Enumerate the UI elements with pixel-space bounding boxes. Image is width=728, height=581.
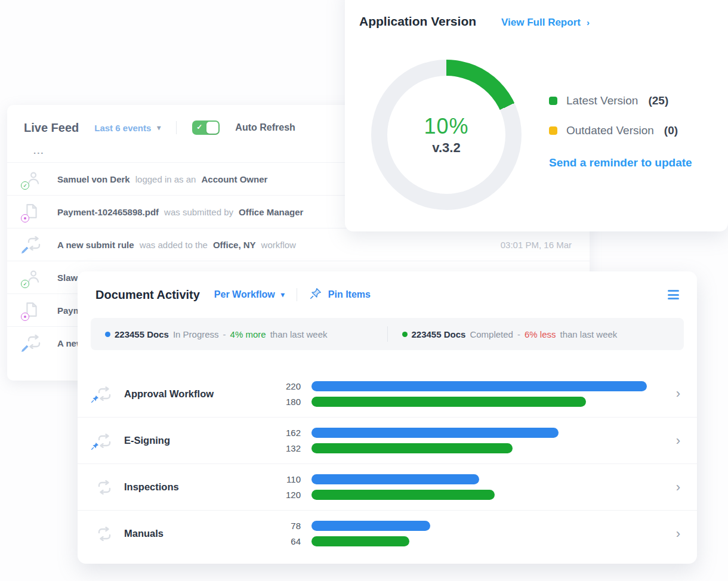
chevron-right-icon[interactable]: › — [676, 481, 680, 494]
document-icon — [25, 203, 43, 220]
in-progress-value: 110 — [280, 474, 301, 484]
pin-items-label: Pin Items — [328, 289, 371, 300]
stat-count: 223455 Docs — [412, 329, 466, 339]
stat-dash: - — [517, 329, 520, 339]
workflow-row[interactable]: E-Signing 162 132 › — [78, 417, 697, 463]
hamburger-menu-icon[interactable] — [668, 288, 679, 302]
workflow-row[interactable]: Manuals 78 64 › — [78, 510, 697, 557]
in-progress-stat: 223455 Docs In Progress - 4% more than l… — [91, 329, 387, 339]
workflow-icon — [25, 236, 43, 253]
event-subject: A new submit rule — [57, 240, 134, 250]
event-suffix: workflow — [261, 240, 296, 250]
event-action: was submitted by — [164, 207, 233, 217]
submitted-badge-icon — [21, 214, 29, 222]
events-filter-label: Last 6 events — [94, 123, 151, 133]
in-progress-bar — [311, 428, 559, 438]
event-timestamp: 03:01 PM, 16 Mar — [501, 240, 572, 250]
pin-items-button[interactable]: Pin Items — [309, 287, 371, 302]
version-donut-chart: 10% v.3.2 — [371, 60, 522, 210]
outdated-version-swatch — [549, 126, 557, 135]
legend-count: (0) — [664, 124, 678, 137]
workflow-label: E-Signing — [124, 435, 280, 446]
stat-delta: 4% more — [230, 329, 266, 339]
event-object: Office Manager — [239, 207, 303, 217]
view-full-report-link[interactable]: View Full Report › — [501, 17, 590, 29]
donut-percent: 10% — [424, 114, 468, 139]
completed-value: 132 — [280, 443, 301, 453]
pushpin-icon — [309, 287, 322, 302]
document-icon — [25, 302, 43, 319]
legend-item-outdated: Outdated Version (0) — [549, 124, 692, 137]
event-action: logged in as an — [135, 174, 196, 184]
workflow-row[interactable]: Approval Workflow 220 180 › — [78, 370, 697, 417]
in-progress-value: 162 — [280, 428, 301, 438]
in-progress-bar-line: 220 — [280, 381, 662, 391]
bar-track — [311, 443, 662, 453]
in-progress-dot-icon — [105, 332, 110, 337]
pen-badge-icon — [21, 344, 29, 355]
per-workflow-label: Per Workflow — [214, 289, 275, 300]
completed-bar-line: 64 — [280, 536, 662, 546]
in-progress-bar-line: 78 — [280, 521, 662, 531]
toggle-knob — [206, 122, 218, 134]
workflow-icon — [25, 335, 43, 351]
completed-bar — [311, 443, 513, 453]
pinned-pin-icon — [91, 394, 100, 406]
stat-count: 223455 Docs — [115, 329, 169, 339]
completed-bar — [311, 490, 495, 500]
workflow-bars: 78 64 — [280, 521, 662, 546]
auto-refresh-label: Auto Refresh — [235, 122, 295, 133]
user-icon: ✓ — [25, 171, 43, 187]
pinned-pin-icon — [91, 441, 100, 453]
bar-track — [311, 428, 662, 438]
in-progress-bar-line: 162 — [280, 428, 662, 438]
completed-stat: 223455 Docs Completed - 6% less than las… — [388, 329, 684, 339]
per-workflow-dropdown[interactable]: Per Workflow ▾ — [214, 289, 285, 300]
in-progress-bar — [311, 521, 430, 531]
workflow-icon — [95, 480, 113, 495]
chevron-right-icon: › — [587, 17, 590, 27]
legend-label: Outdated Version — [566, 124, 654, 137]
stat-label: Completed — [470, 329, 513, 339]
workflow-list: Approval Workflow 220 180 › E-Signing — [78, 370, 697, 557]
chevron-right-icon[interactable]: › — [676, 387, 680, 400]
event-object: Account Owner — [201, 174, 267, 184]
bar-track — [311, 397, 662, 407]
workflow-row[interactable]: Inspections 110 120 › — [78, 463, 697, 510]
completed-bar-line: 132 — [280, 443, 662, 453]
events-filter-dropdown[interactable]: Last 6 events ▾ — [94, 123, 161, 133]
workflow-label: Approval Workflow — [124, 388, 280, 400]
completed-dot-icon — [402, 332, 408, 337]
latest-version-swatch — [549, 97, 557, 105]
completed-bar — [311, 397, 586, 407]
application-version-card: Application Version View Full Report › 1… — [345, 0, 728, 231]
bar-track — [311, 521, 662, 531]
chevron-right-icon[interactable]: › — [676, 527, 680, 540]
application-version-title: Application Version — [359, 14, 476, 29]
application-version-header: Application Version View Full Report › — [345, 0, 728, 29]
user-icon: ✓ — [25, 269, 43, 286]
chevron-right-icon[interactable]: › — [676, 434, 680, 447]
donut-center-labels: 10% v.3.2 — [371, 60, 522, 210]
document-activity-title: Document Activity — [95, 288, 200, 302]
in-progress-value: 78 — [280, 521, 301, 531]
header-divider — [176, 121, 177, 134]
bar-track — [311, 536, 662, 546]
in-progress-bar — [311, 381, 647, 391]
send-reminder-link[interactable]: Send a reminder to update — [549, 156, 692, 169]
header-divider — [297, 288, 297, 301]
auto-refresh-toggle[interactable]: ✓ — [192, 120, 220, 135]
stat-delta: 6% less — [525, 329, 556, 339]
workflow-label: Manuals — [124, 528, 280, 539]
completed-value: 64 — [280, 536, 301, 546]
feed-row[interactable]: A new submit rule was added to the Offic… — [7, 228, 590, 261]
event-subject: Samuel von Derk — [57, 174, 130, 184]
version-legend: Latest Version (25) Outdated Version (0)… — [549, 94, 692, 169]
bar-track — [311, 474, 662, 484]
in-progress-bar-line: 110 — [280, 474, 662, 484]
workflow-bars: 110 120 — [280, 474, 662, 500]
caret-down-icon: ▾ — [281, 290, 285, 299]
document-activity-card: Document Activity Per Workflow ▾ Pin Ite… — [78, 271, 697, 564]
legend-label: Latest Version — [566, 94, 638, 107]
stat-dash: - — [223, 329, 226, 339]
